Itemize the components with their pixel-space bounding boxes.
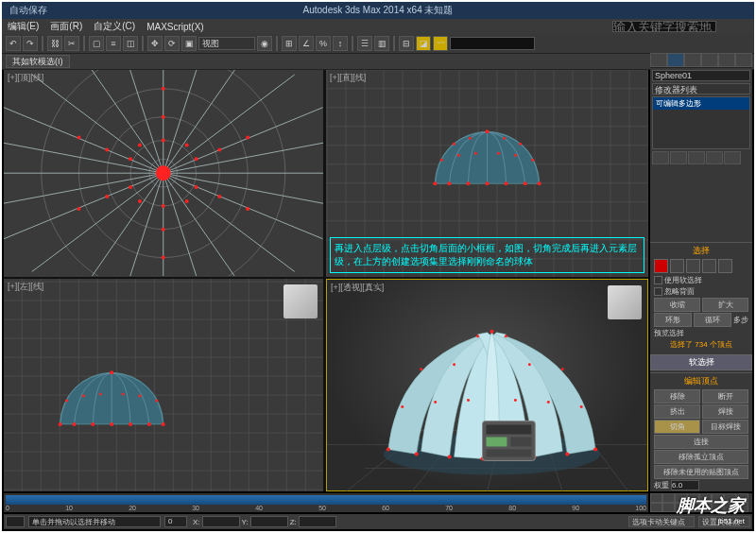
subobj-border[interactable] bbox=[686, 259, 700, 273]
move-button[interactable]: ✥ bbox=[147, 36, 163, 51]
selected-count-label: 选择了 734 个顶点 bbox=[670, 339, 732, 350]
main-toolbar: ↶ ↷ ⛓ ✂ ▢ ≡ ◫ ✥ ⟳ ▣ 视图 ◉ ⊞ ∠ % ↕ ☰ ▥ ⊟ ◪… bbox=[2, 34, 754, 53]
use-soft-checkbox[interactable] bbox=[654, 276, 662, 284]
stack-item-editpoly[interactable]: 可编辑多边形 bbox=[653, 97, 749, 110]
link-button[interactable]: ⛓ bbox=[47, 36, 62, 51]
named-selection-field[interactable] bbox=[450, 37, 535, 50]
redo-button[interactable]: ↷ bbox=[23, 36, 38, 51]
mirror-button[interactable]: ▥ bbox=[374, 36, 389, 51]
remove-iso-button[interactable]: 移除孤立顶点 bbox=[654, 450, 748, 464]
snap-toggle[interactable]: ⊞ bbox=[282, 36, 297, 51]
modifier-stack[interactable]: 可编辑多边形 bbox=[652, 96, 750, 149]
stack-show-button[interactable] bbox=[670, 151, 687, 164]
percent-snap-toggle[interactable]: % bbox=[316, 36, 331, 51]
time-slider[interactable]: 0102030405060708090100 bbox=[4, 493, 648, 512]
weld-button[interactable]: 焊接 bbox=[702, 404, 748, 419]
frame-current[interactable]: 0 bbox=[164, 516, 187, 527]
play-start[interactable] bbox=[650, 503, 662, 512]
target-weld-button[interactable]: 目标焊接 bbox=[702, 420, 748, 434]
command-panel: Sphere01 修改器列表 可编辑多边形 选择 使用软选择 忽略背面 收缩 扩… bbox=[650, 53, 752, 491]
break-button[interactable]: 断开 bbox=[702, 389, 748, 404]
tab-create[interactable] bbox=[650, 53, 667, 67]
coord-x[interactable] bbox=[202, 516, 240, 527]
viewport-perspective[interactable]: [+][透视][真实] bbox=[326, 279, 648, 491]
time-ticks: 0102030405060708090100 bbox=[6, 505, 646, 512]
menu-maxscript[interactable]: MAXScript(X) bbox=[141, 22, 210, 32]
select-region-button[interactable]: ◫ bbox=[123, 36, 138, 51]
tab-display[interactable] bbox=[718, 53, 735, 67]
extrude-button[interactable]: 挤出 bbox=[654, 404, 700, 419]
stack-remove-button[interactable] bbox=[706, 151, 723, 164]
viewport-label-persp: [+][透视][真实] bbox=[331, 282, 384, 294]
subobj-polygon[interactable] bbox=[702, 259, 716, 273]
coord-y[interactable] bbox=[250, 516, 288, 527]
undo-button[interactable]: ↶ bbox=[6, 36, 21, 51]
scale-button[interactable]: ▣ bbox=[181, 36, 197, 51]
subobj-element[interactable] bbox=[718, 259, 732, 273]
menu-render[interactable]: 画面(R) bbox=[44, 20, 88, 33]
weight-spinner[interactable]: 6.0 bbox=[671, 480, 699, 490]
named-sel-set[interactable]: ☰ bbox=[357, 36, 372, 51]
menu-bar: 编辑(E) 画面(R) 自定义(C) MAXScript(X) bbox=[2, 19, 754, 34]
tab-modify[interactable] bbox=[667, 53, 684, 67]
rotate-button[interactable]: ⟳ bbox=[164, 36, 180, 51]
loop-step-label: 多步 bbox=[733, 315, 748, 325]
subobj-vertex[interactable] bbox=[654, 259, 668, 273]
loop-button[interactable]: 循环 bbox=[694, 313, 731, 327]
play-prev[interactable] bbox=[662, 503, 675, 512]
svg-line-15 bbox=[4, 108, 163, 173]
svg-line-28 bbox=[121, 70, 163, 173]
shrink-button[interactable]: 收缩 bbox=[654, 298, 700, 312]
ring-button[interactable]: 环形 bbox=[654, 313, 692, 327]
nav-zoom[interactable] bbox=[662, 493, 675, 503]
coord-z[interactable] bbox=[299, 516, 336, 527]
tab-motion[interactable] bbox=[701, 53, 718, 67]
align-button[interactable]: ⊟ bbox=[399, 36, 414, 51]
chamfer-button[interactable]: 切角 bbox=[654, 420, 700, 434]
menu-edit[interactable]: 编辑(E) bbox=[2, 20, 44, 33]
object-name-field[interactable]: Sphere01 bbox=[652, 70, 750, 81]
select-name-button[interactable]: ≡ bbox=[106, 36, 121, 51]
tab-hierarchy[interactable] bbox=[684, 53, 701, 67]
remove-unused-button[interactable]: 移除未使用的贴图顶点 bbox=[654, 465, 748, 479]
status-prompt: 单击并拖动以选择并移动 bbox=[28, 516, 161, 527]
help-search-input[interactable] bbox=[612, 21, 716, 32]
rollout-editverts-header[interactable]: 编辑顶点 bbox=[652, 375, 750, 387]
menu-customize[interactable]: 自定义(C) bbox=[88, 20, 141, 33]
pivot-button[interactable]: ◉ bbox=[257, 36, 272, 51]
spinner-snap-toggle[interactable]: ↕ bbox=[333, 36, 348, 51]
viewcube-persp[interactable] bbox=[608, 285, 642, 319]
tab-utilities[interactable] bbox=[735, 53, 752, 67]
unlink-button[interactable]: ✂ bbox=[64, 36, 79, 51]
rollout-selection-header[interactable]: 选择 bbox=[652, 245, 750, 257]
viewport-front[interactable]: [+][直][线] 再进入点层级，点击切角后面的小框框，如图，切角完成后再进入元… bbox=[326, 70, 648, 277]
svg-point-43 bbox=[105, 195, 109, 198]
subobj-edge[interactable] bbox=[670, 259, 684, 273]
nav-pan[interactable] bbox=[650, 493, 662, 503]
rollout-softsel-header[interactable]: 软选择 bbox=[650, 354, 752, 370]
viewcube-left[interactable] bbox=[284, 284, 318, 318]
curve-editor-button[interactable]: 〰 bbox=[433, 36, 448, 51]
viewport-left[interactable]: [+][左][线] bbox=[4, 279, 323, 491]
connect-button[interactable]: 连接 bbox=[654, 435, 748, 449]
ref-coord-dropdown[interactable]: 视图 bbox=[198, 37, 255, 50]
select-button[interactable]: ▢ bbox=[89, 36, 104, 51]
time-track[interactable] bbox=[6, 495, 646, 505]
title-left-text: 自动保存 bbox=[9, 4, 47, 17]
svg-line-18 bbox=[163, 75, 295, 173]
stack-pin-button[interactable] bbox=[652, 151, 669, 164]
layer-button[interactable]: ◪ bbox=[416, 36, 431, 51]
angle-snap-toggle[interactable]: ∠ bbox=[299, 36, 314, 51]
ribbon-tab[interactable]: 其如软模选(I) bbox=[6, 55, 70, 68]
viewport-container: [+][顶][线] bbox=[4, 70, 648, 491]
grow-button[interactable]: 扩大 bbox=[702, 298, 748, 312]
modifier-list-dropdown[interactable]: 修改器列表 bbox=[652, 83, 750, 95]
stack-config-button[interactable] bbox=[724, 151, 741, 164]
stack-unique-button[interactable] bbox=[688, 151, 705, 164]
svg-point-34 bbox=[217, 147, 221, 151]
remove-button[interactable]: 移除 bbox=[654, 389, 700, 404]
ignore-back-checkbox[interactable] bbox=[654, 287, 662, 296]
viewport-top[interactable]: [+][顶][线] bbox=[4, 70, 323, 277]
watermark-main: 脚本之家 bbox=[677, 496, 745, 515]
maxscript-mini-listener[interactable] bbox=[6, 516, 25, 527]
